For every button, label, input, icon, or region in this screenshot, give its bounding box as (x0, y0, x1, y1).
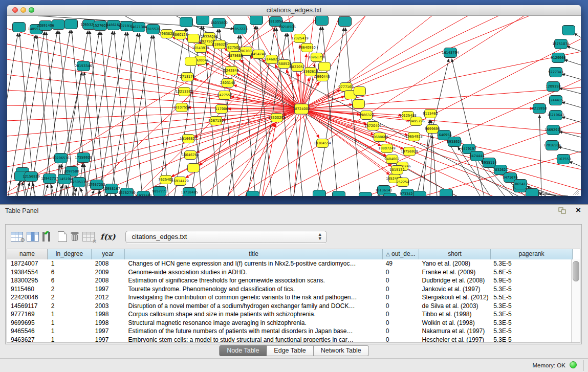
graph-node[interactable]: 18640910 (298, 43, 316, 52)
graph-node[interactable]: 13718485 (181, 188, 198, 196)
graph-node[interactable]: 17359928 (75, 153, 92, 163)
delete-table-button[interactable]: ✕ (82, 229, 95, 245)
graph-node[interactable]: 9115460 (423, 110, 438, 118)
tab-edge-table[interactable]: Edge Table (267, 345, 313, 356)
table-row[interactable]: 1830029562008Estimation of significance … (7, 276, 572, 285)
graph-node[interactable] (339, 17, 352, 27)
graph-node[interactable]: 12505135 (70, 178, 88, 187)
graph-node[interactable]: 9474444 (469, 151, 484, 161)
graph-node[interactable]: 252254 (396, 178, 409, 187)
graph-node[interactable]: 19218506 (278, 23, 296, 32)
graph-node[interactable]: 3242848 (224, 67, 238, 75)
graph-node[interactable]: 1244415 (548, 96, 563, 105)
graph-node[interactable]: 9827508 (225, 43, 240, 52)
graph-node[interactable]: 9227343 (548, 68, 563, 77)
table-row[interactable]: 911546021997Tourette syndrome. Phenomeno… (7, 285, 572, 294)
close-panel-icon[interactable]: × (576, 205, 581, 215)
graph-node[interactable]: 16033809 (210, 18, 228, 28)
graph-node[interactable] (180, 17, 193, 27)
graph-node[interactable]: 8427552 (217, 91, 232, 100)
table-row[interactable]: 946554611997Estimation of the future num… (7, 327, 572, 336)
graph-node[interactable]: 7986322 (359, 111, 374, 120)
graph-node[interactable]: 2718176 (180, 73, 194, 81)
graph-node[interactable]: 14671388 (130, 23, 147, 32)
graph-node[interactable] (359, 192, 372, 196)
table-row[interactable]: 946362711997Embryonic stem cells: a mode… (7, 336, 572, 343)
graph-node[interactable] (65, 19, 78, 29)
graph-node[interactable] (319, 62, 331, 71)
graph-node[interactable]: 9857771 (152, 187, 167, 196)
graph-node[interactable] (440, 189, 453, 196)
graph-node[interactable] (413, 191, 426, 196)
table-row[interactable]: 2242004622012Investigating the contribut… (7, 293, 572, 302)
column-header-name[interactable]: name (7, 249, 48, 259)
graph-node[interactable]: 8267130 (208, 117, 223, 125)
graph-node[interactable]: 17016504 (543, 141, 561, 150)
graph-node[interactable]: 15751074 (552, 39, 570, 49)
graph-node[interactable]: 8186328 (212, 40, 227, 49)
table-vertical-scrollbar[interactable] (571, 259, 580, 342)
graph-node[interactable]: 1527602 (93, 21, 107, 31)
column-header-in_degree[interactable]: in_degree (48, 249, 92, 259)
table-settings-button[interactable]: ⚙ (11, 229, 23, 245)
graph-node[interactable]: 9733426 (400, 189, 415, 196)
graph-node[interactable]: 12942737 (41, 174, 58, 184)
graph-node[interactable]: 20206576 (52, 154, 70, 163)
graph-node[interactable]: 16782759 (118, 188, 136, 196)
graph-node[interactable]: 8938924 (447, 137, 462, 147)
graph-node[interactable] (197, 16, 209, 25)
function-builder-button[interactable]: f(x) (98, 229, 119, 245)
graph-node[interactable]: 20153346 (75, 61, 92, 71)
graph-node[interactable]: 2803144 (220, 79, 235, 87)
graph-node[interactable]: 1990443 (315, 73, 330, 81)
column-header-pagerank[interactable]: pagerank (491, 249, 573, 259)
column-header-year[interactable]: year (92, 249, 125, 259)
table-row[interactable]: 969969511998Structural magnetic resonanc… (7, 319, 572, 327)
graph-node[interactable] (13, 23, 26, 32)
column-header-out_de[interactable]: △out_de... (383, 249, 419, 259)
graph-node[interactable]: 1167553 (556, 155, 571, 164)
graph-node[interactable] (354, 87, 366, 96)
graph-node[interactable]: 12325419 (291, 34, 309, 43)
table-row[interactable]: 1456911722003Disruption of a novel membe… (7, 302, 572, 311)
graph-node[interactable]: 16210643 (547, 111, 564, 120)
graph-node[interactable]: 1065412 (513, 180, 528, 189)
graph-node[interactable]: 16148794 (442, 48, 459, 58)
table-selector-dropdown[interactable]: citations_edges.txt ▲▼ (125, 231, 327, 243)
delete-column-button[interactable] (71, 229, 79, 245)
graph-node[interactable]: 10688609 (371, 133, 388, 142)
graph-node[interactable]: 12156829 (23, 172, 40, 182)
table-row[interactable]: 1872400712008Changes of HCN gene express… (7, 259, 572, 268)
network-canvas[interactable]: 1872400779638228860128232260588927509818… (7, 16, 581, 196)
graph-node[interactable]: 5875685 (228, 52, 243, 60)
graph-node[interactable] (526, 189, 539, 196)
graph-node[interactable] (313, 190, 326, 196)
graph-node[interactable]: 20891406 (37, 21, 54, 31)
graph-node[interactable]: 15692971 (545, 125, 562, 135)
float-panel-icon[interactable] (558, 207, 567, 214)
scrollbar-thumb[interactable] (573, 261, 579, 281)
column-header-title[interactable]: title (125, 249, 383, 259)
graph-node[interactable]: 19384554 (314, 139, 331, 148)
graph-node[interactable]: 18107554 (173, 103, 190, 112)
graph-node[interactable]: 10958167 (103, 184, 120, 194)
graph-node[interactable]: 1815132 (389, 166, 404, 174)
graph-node[interactable]: 8454749 (251, 50, 266, 59)
graph-node[interactable] (333, 191, 345, 196)
graph-node[interactable]: 1588520 (276, 60, 291, 69)
tab-node-table[interactable]: Node Table (219, 345, 267, 356)
graph-node[interactable]: 8215958 (532, 104, 547, 114)
window-titlebar[interactable]: citations_edges.txt (7, 5, 581, 16)
graph-node[interactable]: 117006 (215, 105, 228, 114)
table-row[interactable]: 1938455462009Genome-wide association stu… (7, 268, 572, 277)
checklist-button[interactable]: ✔✔ (42, 229, 45, 245)
graph-node[interactable]: 9129966 (551, 53, 565, 63)
graph-node[interactable]: 7963822 (159, 30, 174, 38)
graph-node[interactable]: 1209358 (546, 82, 560, 92)
graph-node[interactable] (384, 193, 397, 196)
show-column-button[interactable] (27, 229, 39, 245)
graph-node[interactable]: 8860128 (172, 31, 187, 39)
tab-network-table[interactable]: Network Table (314, 345, 369, 356)
graph-node[interactable] (188, 34, 200, 43)
graph-node[interactable]: 7857223 (232, 25, 247, 34)
